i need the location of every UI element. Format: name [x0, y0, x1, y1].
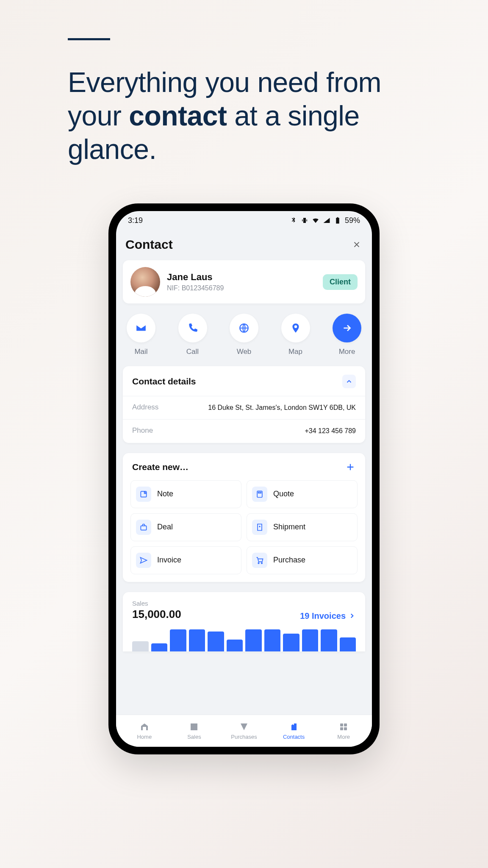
- action-more[interactable]: More: [330, 314, 363, 356]
- page-header: Contact: [116, 230, 372, 260]
- nav-sales[interactable]: Sales: [169, 722, 219, 740]
- sales-icon: [189, 722, 199, 732]
- action-row: Mail Call Web: [123, 314, 365, 356]
- create-purchase[interactable]: Purchase: [247, 546, 358, 574]
- chart-bar: [245, 629, 262, 651]
- svg-rect-8: [344, 723, 347, 726]
- details-header[interactable]: Contact details: [123, 366, 365, 396]
- status-right: 59%: [290, 216, 360, 225]
- close-icon: [352, 240, 361, 249]
- phone-mockup: 3:19 59% Contact Jane Laus: [108, 203, 380, 754]
- globe-icon: [230, 314, 258, 342]
- chart-bar: [302, 629, 319, 651]
- arrow-right-icon: [333, 314, 361, 342]
- note-icon: [136, 487, 151, 502]
- marketing-header: Everything you need from your contact at…: [68, 38, 420, 167]
- signal-icon: [323, 217, 330, 224]
- avatar: [130, 267, 160, 297]
- content-area: Jane Laus NIF: B0123456789 Client Mail: [116, 260, 372, 651]
- contact-details-section: Contact details Address 16 Duke St, St. …: [123, 366, 365, 443]
- action-web[interactable]: Web: [227, 314, 261, 356]
- sales-chart: [132, 628, 356, 651]
- add-button[interactable]: [345, 462, 356, 473]
- bluetooth-icon: [290, 217, 297, 224]
- chart-bar: [208, 632, 224, 651]
- deal-icon: [136, 520, 151, 535]
- status-time: 3:19: [128, 216, 143, 225]
- wifi-icon: [312, 217, 319, 224]
- sales-amount: 15,000.00: [132, 608, 181, 621]
- create-title: Create new…: [132, 462, 189, 472]
- sales-header: Sales 15,000.00 19 Invoices: [132, 600, 356, 621]
- status-bar: 3:19 59%: [116, 211, 372, 230]
- battery-percent: 59%: [345, 216, 360, 225]
- shipment-icon: [252, 520, 267, 535]
- chevron-up-icon: [345, 378, 353, 385]
- nav-home[interactable]: Home: [119, 722, 169, 740]
- svg-rect-4: [141, 526, 146, 530]
- quote-icon: [252, 487, 267, 502]
- chart-bar: [189, 629, 205, 651]
- chart-bar: [264, 629, 281, 651]
- vibrate-icon: [301, 217, 308, 224]
- contacts-icon: [289, 722, 299, 732]
- close-button[interactable]: [351, 239, 363, 250]
- status-badge: Client: [323, 274, 358, 290]
- invoice-icon: [136, 553, 151, 568]
- home-icon: [139, 722, 150, 732]
- svg-point-5: [258, 562, 259, 564]
- chart-bar: [170, 629, 186, 651]
- collapse-button[interactable]: [342, 375, 356, 388]
- contact-name: Jane Laus: [167, 272, 316, 283]
- contact-info: Jane Laus NIF: B0123456789: [167, 272, 316, 292]
- create-invoice[interactable]: Invoice: [130, 546, 241, 574]
- contact-card[interactable]: Jane Laus NIF: B0123456789 Client: [123, 260, 365, 303]
- marketing-headline: Everything you need from your contact at…: [68, 66, 420, 167]
- plus-icon: [346, 462, 355, 472]
- phone-screen: 3:19 59% Contact Jane Laus: [116, 211, 372, 747]
- chart-bar: [340, 637, 356, 651]
- accent-bar: [68, 38, 110, 40]
- chart-bar: [227, 640, 243, 651]
- pin-icon: [281, 314, 310, 342]
- invoices-link[interactable]: 19 Invoices: [300, 611, 356, 621]
- bottom-nav: Home Sales Purchases Contacts More: [116, 715, 372, 747]
- create-deal[interactable]: Deal: [130, 513, 241, 541]
- create-shipment[interactable]: Shipment: [247, 513, 358, 541]
- create-note[interactable]: Note: [130, 480, 241, 508]
- battery-icon: [334, 217, 341, 224]
- purchases-icon: [239, 722, 249, 732]
- mail-icon: [127, 314, 155, 342]
- chart-bar: [132, 641, 149, 651]
- create-grid: Note Quote Deal Shipment: [123, 480, 365, 582]
- create-header: Create new…: [123, 453, 365, 480]
- chart-bar: [321, 629, 337, 651]
- detail-row-address[interactable]: Address 16 Duke St, St. James's, London …: [123, 396, 365, 419]
- sales-section: Sales 15,000.00 19 Invoices: [123, 592, 365, 651]
- nav-contacts[interactable]: Contacts: [269, 722, 319, 740]
- chart-bar: [283, 634, 299, 651]
- svg-rect-10: [344, 727, 347, 730]
- chart-bar: [151, 643, 168, 651]
- chevron-right-icon: [348, 612, 356, 620]
- phone-icon: [178, 314, 207, 342]
- create-quote[interactable]: Quote: [247, 480, 358, 508]
- nav-purchases[interactable]: Purchases: [219, 722, 269, 740]
- create-new-section: Create new… Note Quote: [123, 453, 365, 582]
- action-call[interactable]: Call: [176, 314, 209, 356]
- sales-label: Sales: [132, 600, 181, 607]
- action-map[interactable]: Map: [279, 314, 312, 356]
- nav-more[interactable]: More: [319, 722, 369, 740]
- action-mail[interactable]: Mail: [125, 314, 158, 356]
- contact-nif: NIF: B0123456789: [167, 284, 316, 292]
- svg-rect-7: [340, 723, 343, 726]
- svg-point-6: [261, 562, 263, 564]
- svg-rect-9: [340, 727, 343, 730]
- details-title: Contact details: [132, 376, 196, 387]
- detail-row-phone[interactable]: Phone +34 123 456 789: [123, 419, 365, 442]
- purchase-icon: [252, 553, 267, 568]
- more-icon: [338, 722, 349, 732]
- page-title: Contact: [125, 237, 173, 252]
- svg-rect-3: [258, 492, 261, 493]
